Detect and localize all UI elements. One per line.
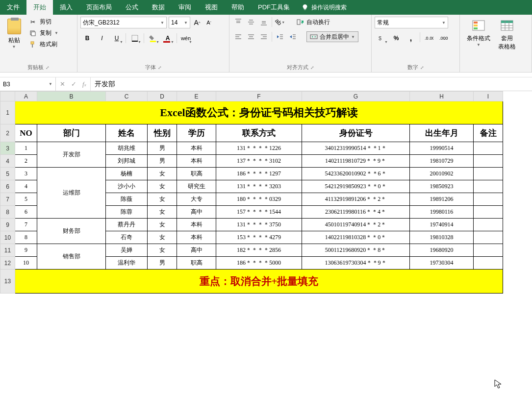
header-cell[interactable]: 联系方式	[216, 124, 302, 142]
col-header[interactable]: D	[148, 92, 177, 101]
conditional-format-button[interactable]: 条件格式 ▼	[463, 17, 494, 53]
cell[interactable]: 131＊＊＊＊1226	[216, 142, 302, 155]
cell[interactable]	[474, 244, 503, 257]
cell[interactable]: 19730304	[410, 257, 474, 270]
cell[interactable]: 职高	[177, 168, 216, 180]
cell[interactable]: 5	[15, 193, 37, 206]
tab-pdf[interactable]: PDF工具集	[251, 0, 297, 15]
cell[interactable]: 高中	[177, 206, 216, 219]
cell[interactable]: 石奇	[106, 231, 148, 244]
row-header[interactable]: 7	[0, 193, 15, 206]
cell[interactable]: 本科	[177, 219, 216, 231]
align-top-button[interactable]	[232, 17, 244, 27]
cell[interactable]: 19980116	[410, 206, 474, 219]
col-header[interactable]: B	[37, 92, 106, 101]
cell[interactable]: 19680920	[410, 244, 474, 257]
increase-font-button[interactable]: A^	[192, 17, 202, 28]
cell[interactable]: 180＊＊＊＊0329	[216, 193, 302, 206]
cell[interactable]: 刘邦城	[106, 155, 148, 168]
increase-decimal-button[interactable]: .0.00	[422, 32, 436, 44]
row-header[interactable]: 12	[0, 257, 15, 270]
wrap-text-button[interactable]: 自动换行	[294, 17, 333, 27]
select-all-corner[interactable]	[0, 92, 15, 101]
tab-insert[interactable]: 插入	[53, 0, 79, 15]
cell[interactable]: 女	[148, 219, 177, 231]
name-box[interactable]: B3 ▼	[0, 77, 56, 91]
cell[interactable]: 运维部	[37, 168, 106, 219]
header-cell[interactable]: NO	[15, 124, 37, 142]
cell[interactable]: 14021119810729＊＊9＊	[302, 155, 410, 168]
cell[interactable]: 男	[148, 142, 177, 155]
cell[interactable]: 19891206	[410, 193, 474, 206]
tab-view[interactable]: 视图	[198, 0, 225, 15]
cell[interactable]	[474, 180, 503, 193]
row-header[interactable]: 2	[0, 124, 15, 142]
cell[interactable]: 7	[15, 219, 37, 231]
cell[interactable]: 10	[15, 257, 37, 270]
cell[interactable]: 本科	[177, 155, 216, 168]
header-cell[interactable]: 备注	[474, 124, 503, 142]
cell[interactable]: 3	[15, 168, 37, 180]
dialog-launcher-icon[interactable]: ⤢	[420, 65, 424, 70]
cell[interactable]: 陈蓉	[106, 206, 148, 219]
cell[interactable]: 50011219680920＊＊8＊	[302, 244, 410, 257]
cell[interactable]: 沙小小	[106, 180, 148, 193]
cell[interactable]: 182＊＊＊＊2856	[216, 244, 302, 257]
cell[interactable]	[474, 155, 503, 168]
row-header[interactable]: 13	[0, 270, 15, 294]
cell[interactable]: 19810729	[410, 155, 474, 168]
cell[interactable]: 14022119810328＊＊0＊	[302, 231, 410, 244]
decrease-indent-button[interactable]	[274, 31, 286, 42]
align-bottom-button[interactable]	[258, 17, 270, 27]
cell[interactable]	[474, 168, 503, 180]
row-header[interactable]: 4	[0, 155, 15, 168]
cell[interactable]	[474, 142, 503, 155]
cell[interactable]	[474, 193, 503, 206]
cell[interactable]: 温利华	[106, 257, 148, 270]
increase-indent-button[interactable]	[287, 31, 299, 42]
row-header[interactable]: 8	[0, 206, 15, 219]
cell[interactable]: 销售部	[37, 244, 106, 270]
cell[interactable]: 男	[148, 155, 177, 168]
cell[interactable]: 186＊＊＊＊5000	[216, 257, 302, 270]
align-center-button[interactable]	[245, 31, 257, 42]
font-size-select[interactable]: 14 ▼	[169, 17, 190, 28]
col-header[interactable]: E	[177, 92, 216, 101]
border-button[interactable]: ▼	[128, 32, 142, 44]
col-header[interactable]: A	[15, 92, 37, 101]
tab-home[interactable]: 开始	[26, 0, 53, 15]
row-header[interactable]: 11	[0, 244, 15, 257]
cell[interactable]: 女	[148, 206, 177, 219]
title-cell[interactable]: Excel函数公式：身份证号码相关技巧解读	[15, 101, 503, 124]
cell[interactable]	[474, 219, 503, 231]
cell[interactable]: 职高	[177, 257, 216, 270]
insert-function-button[interactable]: fx	[82, 80, 86, 88]
tab-page-layout[interactable]: 页面布局	[79, 0, 119, 15]
cell[interactable]: 男	[148, 257, 177, 270]
cell[interactable]: 2	[15, 155, 37, 168]
row-header[interactable]: 1	[0, 101, 15, 124]
cut-button[interactable]: ✂ 剪切	[27, 17, 74, 27]
cell[interactable]: 女	[148, 180, 177, 193]
decrease-decimal-button[interactable]: .00.0	[437, 32, 451, 44]
cell[interactable]: 财务部	[37, 219, 106, 244]
cell[interactable]: 吴婵	[106, 244, 148, 257]
tab-data[interactable]: 数据	[145, 0, 172, 15]
fill-color-button[interactable]: ▼	[146, 32, 160, 44]
paste-button[interactable]: 粘贴 ▼	[3, 17, 25, 51]
cell[interactable]: 186＊＊＊＊1297	[216, 168, 302, 180]
spreadsheet-grid[interactable]: ABCDEFGHI1Excel函数公式：身份证号码相关技巧解读2NO部门姓名性别…	[0, 91, 532, 294]
formula-input[interactable]: 开发部	[91, 77, 532, 91]
cell[interactable]: 54212919850923＊＊0＊	[302, 180, 410, 193]
tab-file[interactable]: 文件	[0, 0, 26, 15]
cell[interactable]	[474, 206, 503, 219]
cell[interactable]: 本科	[177, 231, 216, 244]
header-cell[interactable]: 性别	[148, 124, 177, 142]
comma-button[interactable]: ,	[404, 32, 418, 44]
cell[interactable]: 34012319990514＊＊1＊	[302, 142, 410, 155]
cell[interactable]: 9	[15, 244, 37, 257]
orientation-button[interactable]: ab▼	[274, 17, 286, 27]
cell[interactable]: 开发部	[37, 142, 106, 168]
dialog-launcher-icon[interactable]: ⤢	[46, 65, 50, 70]
cell[interactable]: 137＊＊＊＊3102	[216, 155, 302, 168]
